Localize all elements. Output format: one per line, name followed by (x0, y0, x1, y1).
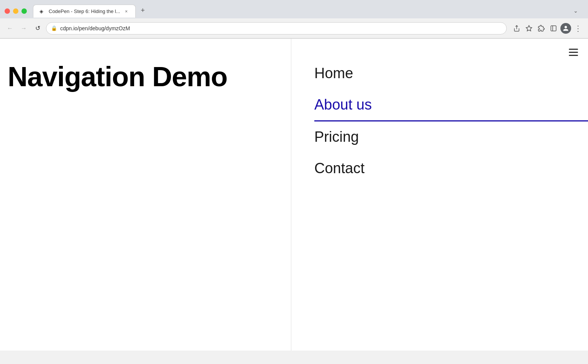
hamburger-line-3 (569, 55, 578, 56)
nav-item-home[interactable]: Home (314, 58, 588, 89)
content-area: Navigation Demo (0, 39, 291, 351)
extensions-button[interactable] (536, 23, 547, 34)
profile-button[interactable] (560, 23, 571, 34)
more-button[interactable]: ⋮ (573, 23, 583, 34)
traffic-light-red[interactable] (5, 8, 10, 14)
address-bar: ← → ↺ 🔒 cdpn.io/pen/debug/dymzOzM (0, 18, 588, 38)
hamburger-line-1 (569, 49, 578, 50)
codepen-icon: ◈ (39, 8, 46, 15)
traffic-lights (5, 8, 27, 14)
nav-item-about-us[interactable]: About us (314, 89, 588, 122)
reload-button[interactable]: ↺ (32, 23, 43, 34)
nav-item-contact[interactable]: Contact (314, 153, 588, 184)
forward-button[interactable]: → (18, 23, 29, 34)
sidebar-button[interactable] (548, 23, 559, 34)
hamburger-line-2 (569, 52, 578, 53)
address-input[interactable]: 🔒 cdpn.io/pen/debug/dymzOzM (46, 22, 507, 34)
svg-rect-1 (551, 26, 556, 31)
svg-marker-0 (526, 25, 532, 31)
nav-item-pricing[interactable]: Pricing (314, 121, 588, 153)
tab-close-button[interactable]: × (123, 8, 129, 15)
nav-menu: HomeAbout usPricingContact (314, 58, 588, 184)
traffic-light-green[interactable] (21, 8, 27, 14)
hamburger-button[interactable] (567, 46, 580, 58)
browser-chrome: ◈ CodePen - Step 6: Hiding the l... × + … (0, 0, 588, 39)
title-bar: ◈ CodePen - Step 6: Hiding the l... × + … (0, 0, 588, 18)
toolbar-icons: ⋮ (511, 23, 583, 34)
webpage-content: Navigation Demo HomeAbout usPricingConta… (0, 39, 588, 351)
page-heading: Navigation Demo (8, 62, 227, 92)
lock-icon: 🔒 (51, 25, 57, 31)
traffic-light-yellow[interactable] (13, 8, 18, 14)
bookmark-button[interactable] (524, 23, 534, 34)
back-button[interactable]: ← (5, 23, 15, 34)
nav-area: HomeAbout usPricingContact (291, 39, 588, 351)
share-button[interactable] (511, 23, 522, 34)
browser-tab[interactable]: ◈ CodePen - Step 6: Hiding the l... × (33, 5, 136, 18)
tab-title: CodePen - Step 6: Hiding the l... (49, 8, 120, 14)
url-text: cdpn.io/pen/debug/dymzOzM (60, 25, 502, 31)
new-tab-button[interactable]: + (137, 5, 148, 16)
tab-dropdown-button[interactable]: ⌄ (571, 6, 580, 15)
